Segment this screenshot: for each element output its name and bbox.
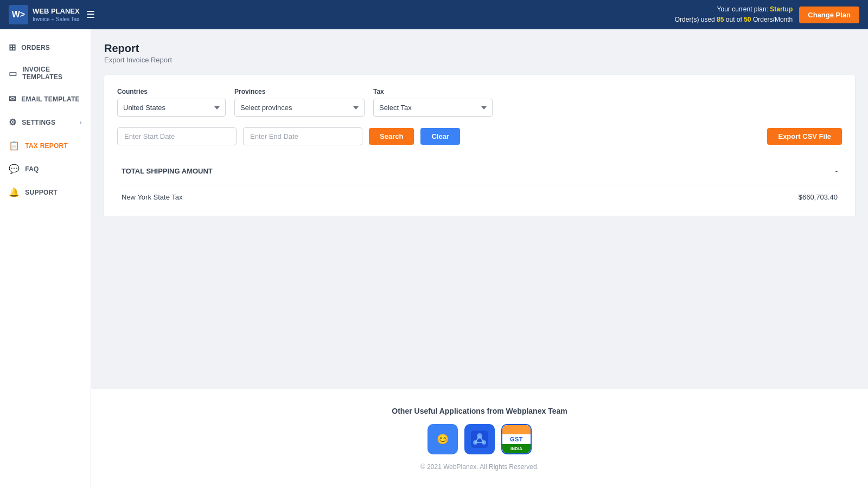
sidebar-item-label: ORDERS	[21, 44, 50, 52]
row-label: TOTAL SHIPPING AMOUNT	[117, 158, 576, 184]
plan-out-of: out of	[726, 16, 742, 23]
page-title: Report	[104, 42, 855, 55]
row-value: -	[576, 158, 842, 184]
main-area: Report Export Invoice Report Countries U…	[91, 29, 868, 488]
plan-suffix: Orders/Month	[753, 16, 793, 23]
logo: W> WEB PLANEX Invoice + Sales Tax	[9, 5, 80, 24]
app-icon-2-svg	[471, 431, 488, 448]
plan-limit: 50	[744, 16, 751, 23]
export-csv-button[interactable]: Export CSV File	[767, 128, 842, 145]
header-right: Your current plan: Startup Order(s) used…	[675, 4, 859, 25]
provinces-select[interactable]: Select provinces	[234, 99, 365, 117]
row-value: $743,291.40	[576, 210, 842, 216]
plan-prefix: Your current plan:	[717, 5, 768, 13]
row-label: Manhattan City Tax	[117, 210, 576, 216]
spacer	[91, 216, 868, 389]
app-layout: ⊞ ORDERS ▭ INVOICE TEMPLATES ✉ EMAIL TEM…	[0, 29, 868, 488]
chevron-right-icon: ›	[80, 119, 82, 126]
page-header: Report Export Invoice Report	[104, 42, 855, 64]
faq-icon: 💬	[9, 164, 20, 174]
orders-icon: ⊞	[9, 42, 16, 53]
action-row: Search Clear Export CSV File	[117, 127, 842, 145]
end-date-input[interactable]	[243, 127, 362, 145]
provinces-label: Provinces	[234, 88, 365, 95]
app-header: W> WEB PLANEX Invoice + Sales Tax ☰ Your…	[0, 0, 868, 29]
start-date-input[interactable]	[117, 127, 237, 145]
plan-used-prefix: Order(s) used	[675, 16, 715, 23]
india-label: INDIA	[510, 446, 522, 451]
plan-name: Startup	[770, 5, 793, 13]
clear-button[interactable]: Clear	[420, 128, 460, 145]
report-table: TOTAL SHIPPING AMOUNT-New York State Tax…	[117, 158, 842, 216]
sidebar-item-support[interactable]: 🔔 SUPPORT	[0, 181, 91, 204]
logo-icon: W>	[9, 5, 28, 24]
sidebar: ⊞ ORDERS ▭ INVOICE TEMPLATES ✉ EMAIL TEM…	[0, 29, 91, 488]
plan-used-count: 85	[717, 16, 724, 23]
sidebar-item-settings[interactable]: ⚙ SETTINGS ›	[0, 111, 91, 134]
change-plan-button[interactable]: Change Plan	[799, 7, 859, 23]
logo-subtitle: Invoice + Sales Tax	[33, 16, 80, 22]
tax-report-icon: 📋	[9, 140, 20, 151]
footer-apps-title: Other Useful Applications from Webplanex…	[100, 407, 859, 415]
row-label: New York State Tax	[117, 184, 576, 210]
report-card: Countries United States Canada United Ki…	[104, 75, 855, 216]
app-icon-2[interactable]	[464, 424, 495, 454]
header-left: W> WEB PLANEX Invoice + Sales Tax ☰	[9, 5, 95, 24]
logo-text-block: WEB PLANEX Invoice + Sales Tax	[33, 7, 80, 22]
support-icon: 🔔	[9, 187, 20, 197]
provinces-filter-group: Provinces Select provinces	[234, 88, 365, 117]
app-icon-1-svg: 😊	[434, 431, 451, 448]
sidebar-item-email-template[interactable]: ✉ EMAIL TEMPLATE	[0, 87, 91, 111]
plan-info: Your current plan: Startup Order(s) used…	[675, 4, 793, 25]
svg-rect-2	[471, 431, 488, 448]
page-subtitle: Export Invoice Report	[104, 56, 855, 64]
sidebar-item-label: INVOICE TEMPLATES	[22, 66, 82, 81]
countries-filter-group: Countries United States Canada United Ki…	[117, 88, 226, 117]
hamburger-icon[interactable]: ☰	[86, 9, 95, 21]
tax-select[interactable]: Select Tax	[373, 99, 493, 117]
copyright: © 2021 WebPlanex. All Rights Reserved.	[100, 463, 859, 471]
settings-icon: ⚙	[9, 117, 16, 127]
table-row: New York State Tax$660,703.40	[117, 184, 842, 210]
app-icon-1[interactable]: 😊	[427, 424, 458, 454]
table-row: Manhattan City Tax$743,291.40	[117, 210, 842, 216]
footer-section: Other Useful Applications from Webplanex…	[91, 389, 868, 488]
sidebar-item-label: TAX REPORT	[25, 142, 68, 150]
logo-name: WEB PLANEX	[33, 7, 80, 16]
tax-label: Tax	[373, 88, 493, 95]
sidebar-item-invoice-templates[interactable]: ▭ INVOICE TEMPLATES	[0, 59, 91, 87]
sidebar-item-orders[interactable]: ⊞ ORDERS	[0, 36, 91, 59]
search-button[interactable]: Search	[369, 128, 414, 145]
main-content: Report Export Invoice Report Countries U…	[91, 29, 868, 216]
tax-filter-group: Tax Select Tax	[373, 88, 493, 117]
sidebar-item-label: EMAIL TEMPLATE	[21, 95, 80, 103]
sidebar-item-label: SETTINGS	[22, 119, 55, 126]
logo-icon-text: W>	[12, 10, 25, 20]
invoice-templates-icon: ▭	[9, 68, 17, 79]
sidebar-item-faq[interactable]: 💬 FAQ	[0, 157, 91, 181]
countries-select[interactable]: United States Canada United Kingdom	[117, 99, 226, 117]
sidebar-item-label: FAQ	[25, 165, 39, 173]
row-value: $660,703.40	[576, 184, 842, 210]
gst-label: GST	[510, 436, 523, 442]
svg-text:😊: 😊	[437, 433, 449, 445]
table-row: TOTAL SHIPPING AMOUNT-	[117, 158, 842, 184]
countries-label: Countries	[117, 88, 226, 95]
sidebar-item-tax-report[interactable]: 📋 TAX REPORT	[0, 134, 91, 157]
sidebar-item-label: SUPPORT	[25, 189, 58, 196]
filter-row: Countries United States Canada United Ki…	[117, 88, 842, 117]
email-template-icon: ✉	[9, 94, 16, 104]
app-icon-gst[interactable]: GST INDIA	[501, 424, 532, 454]
app-icons-row: 😊	[100, 424, 859, 454]
